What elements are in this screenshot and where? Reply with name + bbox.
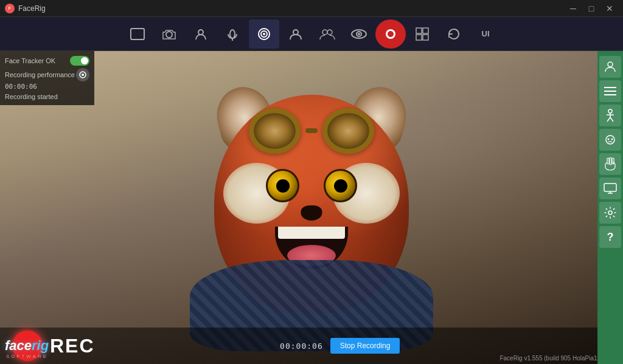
facerig-logo-sub: software [5,354,49,359]
toolbar-grid-button[interactable] [407,19,437,49]
right-panel-monitor-button[interactable] [599,177,621,199]
nose [301,205,322,221]
right-panel-figure-button[interactable] [599,105,621,126]
main-area: Face Tracker OK Recording performance 00… [0,51,623,364]
minimize-button[interactable]: ─ [565,1,582,16]
svg-rect-37 [604,184,616,191]
toolbar-audio-button[interactable] [217,19,248,49]
right-panel-settings-button[interactable] [599,202,621,224]
pupil-left [276,179,290,193]
toolbar-effects-button[interactable] [249,19,279,49]
svg-point-40 [608,211,612,215]
svg-rect-16 [416,28,422,33]
right-panel-hand-button[interactable] [599,153,621,175]
svg-point-3 [230,30,235,38]
eye-left [266,169,299,202]
window-controls: ─ □ ✕ [565,1,618,16]
toolbar-props-button[interactable] [280,19,311,49]
toolbar-multiuser-button[interactable] [312,19,343,49]
svg-rect-17 [423,28,428,33]
facerig-logo-text: facerig [5,338,49,354]
title-bar: F FaceRig ─ □ ✕ [0,0,623,17]
eye-right [324,169,357,202]
svg-point-9 [322,30,327,35]
svg-rect-25 [604,94,616,95]
svg-point-2 [198,30,203,35]
svg-rect-23 [604,87,616,88]
svg-point-22 [608,62,613,67]
svg-point-32 [608,139,610,140]
character-display [159,51,464,339]
right-panel-help-button[interactable]: ? [599,226,621,248]
face-tracker-toggle[interactable] [70,56,89,66]
stop-recording-button[interactable]: Stop Recording [330,338,400,354]
toolbar-refresh-button[interactable] [439,19,469,49]
toolbar-ui-button[interactable]: UI [470,19,501,49]
svg-point-33 [611,139,613,140]
close-button[interactable]: ✕ [601,1,618,16]
svg-point-8 [293,30,298,35]
app-title: FaceRig [18,4,46,13]
right-panel-facetrack-button[interactable] [599,129,621,151]
app-logo-icon: F [5,4,15,13]
goggle-bridge [305,128,318,133]
svg-point-15 [388,31,394,37]
toolbar-eyetrack-button[interactable] [344,19,374,49]
svg-rect-35 [610,157,611,165]
svg-point-10 [327,30,332,35]
right-panel: ? [597,51,623,364]
recording-timestamp: 00:00:06 [280,342,323,351]
goggles [249,108,374,154]
pupil-right [334,179,347,193]
svg-point-13 [358,33,360,35]
svg-line-30 [610,117,613,122]
toolbar: UI [0,17,623,51]
svg-line-29 [607,117,610,122]
svg-point-31 [606,136,614,144]
title-bar-left: F FaceRig [5,4,46,13]
goggle-right [322,108,374,154]
right-panel-list-button[interactable] [599,80,621,102]
toolbar-camera-button[interactable] [154,19,184,49]
scene-canvas: Face Tracker OK Recording performance 00… [0,51,623,364]
toolbar-scene-button[interactable] [122,19,153,49]
rec-label: REC [50,335,95,357]
facerig-logo: facerig software [5,338,49,359]
svg-point-7 [263,33,265,35]
goggle-left [249,108,301,154]
svg-rect-24 [604,91,616,92]
right-panel-person-button[interactable] [599,56,621,78]
toolbar-avatar-button[interactable] [186,19,216,49]
maximize-button[interactable]: □ [583,1,600,16]
svg-point-26 [608,109,612,113]
svg-rect-34 [607,158,609,164]
bottom-center-controls: 00:00:06 Stop Recording [280,338,400,354]
teeth [278,227,345,239]
svg-rect-19 [423,35,428,40]
toolbar-record-button[interactable] [375,19,406,49]
svg-point-1 [166,32,172,38]
svg-rect-18 [416,35,422,40]
svg-rect-0 [131,29,144,39]
